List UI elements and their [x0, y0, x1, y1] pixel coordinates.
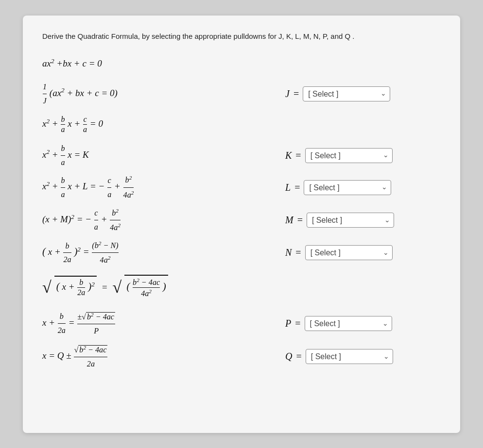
equals-p: =	[295, 318, 300, 329]
select-j[interactable]: [ Select ]	[303, 86, 390, 101]
var-label-j: J	[285, 88, 290, 100]
select-m[interactable]: [ Select ]	[307, 213, 394, 228]
var-label-q: Q	[285, 351, 292, 362]
equals-n: =	[295, 247, 301, 258]
var-label-m: M	[285, 215, 293, 226]
selector-area-q: Q = [ Select ]	[285, 349, 441, 364]
select-wrapper-l: [ Select ]	[304, 180, 391, 195]
equation-2: x2 + ba x + ca = 0	[42, 115, 441, 134]
selector-area-p: P = [ Select ]	[285, 316, 441, 331]
equals-m: =	[297, 215, 303, 226]
selector-area-k: K = [ Select ]	[285, 148, 441, 163]
select-p[interactable]: [ Select ]	[305, 316, 392, 331]
instructions-text: Derive the Quadratic Formula, by selecti…	[42, 31, 441, 42]
equation-0: ax2 +bx + c = 0	[42, 57, 441, 69]
equation-row-7: √ ( x + b2a )2 = √ ( b2 − 4ac 4a2 )	[42, 272, 441, 303]
selector-area-n: N = [ Select ]	[285, 245, 441, 260]
selector-area-l: L = [ Select ]	[285, 180, 441, 195]
main-card: Derive the Quadratic Formula, by selecti…	[23, 16, 460, 433]
equation-n-expr: ( x + b2a )2 = (b2 − N) 4a2	[42, 239, 285, 266]
select-wrapper-q: [ Select ]	[306, 349, 393, 364]
var-label-p: P	[285, 318, 291, 329]
var-label-l: L	[285, 182, 291, 193]
select-wrapper-n: [ Select ]	[305, 245, 393, 260]
equals-j: =	[293, 88, 299, 100]
equation-p-expr: x + b2a = ±√b2 − 4ac P	[42, 310, 285, 337]
equation-row-p: x + b2a = ±√b2 − 4ac P P = [ Select ]	[42, 310, 441, 338]
equation-q-expr: x = Q ± √b2 − 4ac 2a	[42, 343, 285, 370]
select-n[interactable]: [ Select ]	[305, 245, 393, 260]
equation-row-q: x = Q ± √b2 − 4ac 2a Q = [ Select ]	[42, 343, 441, 371]
equation-row-l: x2 + ba x + L = − ca + b24a2 L = [ Selec…	[42, 173, 441, 201]
var-label-n: N	[285, 247, 292, 258]
equation-k-expr: x2 + ba x = K	[42, 142, 285, 169]
equation-row-0: ax2 +bx + c = 0	[42, 50, 441, 76]
equation-row-m: (x + M)2 = − ca + b24a2 M = [ Select ]	[42, 206, 441, 234]
select-q[interactable]: [ Select ]	[306, 349, 393, 364]
equals-q: =	[296, 351, 301, 362]
equation-m-expr: (x + M)2 = − ca + b24a2	[42, 206, 285, 234]
select-wrapper-p: [ Select ]	[305, 316, 392, 331]
equation-7: √ ( x + b2a )2 = √ ( b2 − 4ac 4a2 )	[42, 275, 441, 300]
equals-k: =	[295, 150, 301, 161]
select-l[interactable]: [ Select ]	[304, 180, 391, 195]
select-wrapper-m: [ Select ]	[307, 213, 394, 228]
equation-row-k: x2 + ba x = K K = [ Select ]	[42, 142, 441, 169]
selector-area-j: J = [ Select ]	[285, 86, 441, 101]
var-label-k: K	[285, 150, 292, 161]
selector-area-m: M = [ Select ]	[285, 213, 441, 228]
equation-row-2: x2 + ba x + ca = 0	[42, 112, 441, 137]
equation-j-expr: 1J (ax2 + bx + c = 0)	[42, 81, 285, 107]
equation-l-expr: x2 + ba x + L = − ca + b24a2	[42, 173, 285, 201]
select-wrapper-j: [ Select ]	[303, 86, 390, 101]
equals-l: =	[294, 182, 300, 193]
select-k[interactable]: [ Select ]	[305, 148, 393, 163]
select-wrapper-k: [ Select ]	[305, 148, 393, 163]
equation-row-n: ( x + b2a )2 = (b2 − N) 4a2 N = [ Select…	[42, 239, 441, 266]
equation-row-j: 1J (ax2 + bx + c = 0) J = [ Select ]	[42, 81, 441, 107]
